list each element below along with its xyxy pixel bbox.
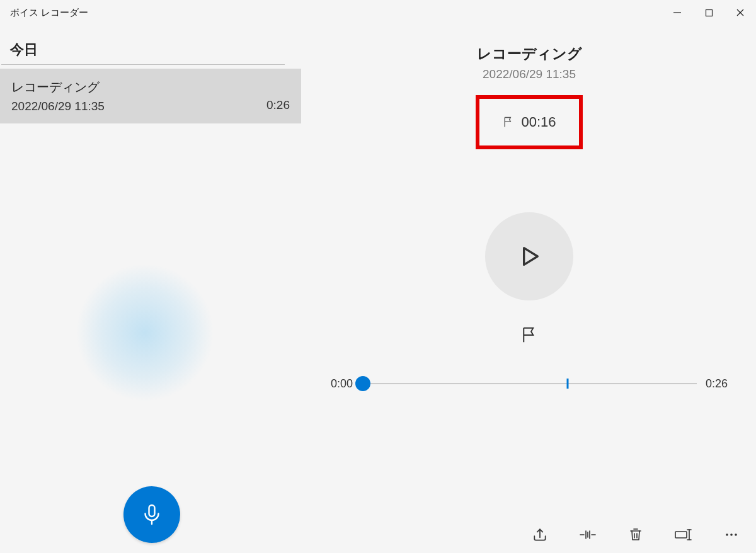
titlebar: ボイス レコーダー [0,0,756,25]
app-title: ボイス レコーダー [10,7,88,19]
ambient-glow [76,263,214,402]
svg-marker-6 [524,248,538,265]
minimize-icon [673,8,682,17]
recording-item-info: レコーディング 2022/06/29 11:35 [11,79,105,113]
maximize-icon [705,9,713,17]
svg-rect-14 [675,532,687,538]
share-icon [532,527,548,543]
svg-point-19 [730,533,733,536]
timeline: 0:00 0:26 [321,376,737,391]
rename-icon [674,527,693,542]
svg-rect-1 [706,9,712,16]
sidebar: 今日 レコーディング 2022/06/29 11:35 0:26 [0,25,302,553]
flag-icon [502,116,515,128]
svg-rect-4 [149,505,155,516]
play-button[interactable] [485,212,573,300]
timeline-thumb[interactable] [355,376,370,391]
timeline-line [362,384,697,384]
add-marker-button[interactable] [520,326,539,345]
recording-item-duration: 0:26 [266,98,290,112]
recording-list-item[interactable]: レコーディング 2022/06/29 11:35 0:26 [0,69,301,123]
minimize-button[interactable] [662,0,693,25]
main-panel: レコーディング 2022/06/29 11:35 00:16 0:00 0:2 [302,25,756,553]
more-icon [724,527,739,542]
close-icon [736,8,745,17]
trim-icon [579,527,597,542]
timeline-start-time: 0:00 [321,377,353,391]
window-controls [662,0,756,25]
svg-point-20 [735,533,737,536]
section-header-today: 今日 [1,25,285,65]
record-button[interactable] [123,486,180,543]
content: 今日 レコーディング 2022/06/29 11:35 0:26 レコーディング… [0,25,756,553]
app-window: ボイス レコーダー 今日 レコーディング 2022/06/29 11:35 0:… [0,0,756,553]
flag-icon [520,326,539,345]
more-button[interactable] [722,525,741,544]
share-button[interactable] [530,525,549,544]
svg-point-18 [726,533,728,536]
microphone-icon [140,503,163,526]
current-recording-title: レコーディング [477,44,582,64]
delete-button[interactable] [626,525,645,544]
timeline-marker-tick[interactable] [567,379,569,389]
rename-button[interactable] [674,525,693,544]
recording-item-title: レコーディング [11,79,105,96]
maximize-button[interactable] [693,0,724,25]
trash-icon [628,527,643,542]
timeline-track[interactable] [362,376,697,391]
current-recording-date: 2022/06/29 11:35 [483,67,576,81]
timeline-end-time: 0:26 [706,377,737,391]
marker-highlight-box[interactable]: 00:16 [476,95,582,149]
marker-time: 00:16 [521,114,556,130]
recording-item-date: 2022/06/29 11:35 [11,100,105,113]
trim-button[interactable] [578,525,597,544]
play-icon [517,244,542,269]
bottom-toolbar [530,525,741,544]
close-button[interactable] [724,0,756,25]
